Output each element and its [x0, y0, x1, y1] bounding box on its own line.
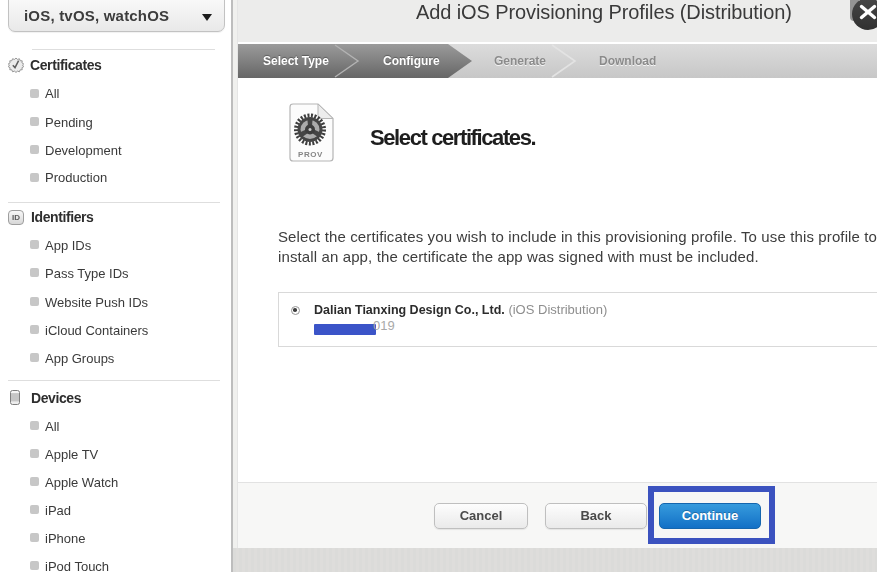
- svg-text:PROV: PROV: [298, 150, 323, 159]
